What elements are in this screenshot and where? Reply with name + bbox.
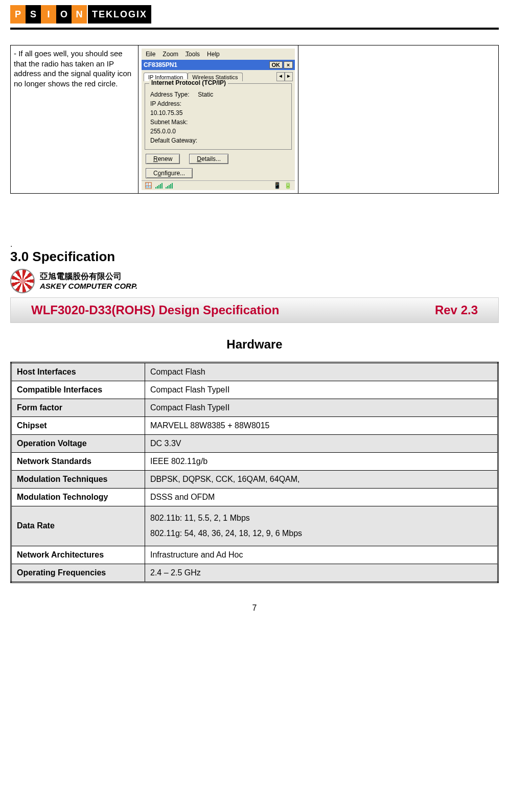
ip-address-label: IP Address:: [150, 100, 286, 107]
tab-scroll-left[interactable]: ◄: [276, 72, 285, 81]
configure-button[interactable]: Configure...: [146, 168, 193, 178]
signal-icon: [155, 182, 163, 189]
askey-chinese: 亞旭電腦股份有限公司: [40, 271, 137, 281]
menu-zoom[interactable]: Zoom: [163, 51, 178, 58]
tcpip-group: Internet Protocol (TCP/IP) Address Type:…: [145, 83, 292, 150]
logo-letter: N: [72, 5, 87, 24]
title-bar: CF8385PN1 OK ×: [142, 60, 295, 70]
askey-english: ASKEY COMPUTER CORP.: [40, 282, 137, 291]
menu-bar: File Zoom Tools Help: [142, 49, 295, 60]
app-window: File Zoom Tools Help CF8385PN1 OK × IP I…: [142, 49, 295, 190]
task-bar: 🪟 📱 🔋: [142, 180, 295, 190]
askey-branding: 亞旭電腦股份有限公司 ASKEY COMPUTER CORP.: [10, 269, 499, 293]
table-row: ChipsetMARVELL 88W8385 + 88W8015: [11, 417, 498, 435]
tray-device-icon[interactable]: 📱: [273, 182, 281, 189]
table-row: Compatible InterfacesCompact Flash TypeI…: [11, 381, 498, 399]
logo-letter: I: [41, 5, 56, 24]
start-icon[interactable]: 🪟: [145, 182, 152, 189]
table-row: Modulation TechniquesDBPSK, DQPSK, CCK, …: [11, 471, 498, 489]
brand-logo: P S I O N TEKLOGIX: [10, 5, 499, 24]
logo-letter: S: [26, 5, 41, 24]
tray-battery-icon[interactable]: 🔋: [284, 182, 292, 189]
logo-letter: O: [56, 5, 72, 24]
hardware-heading: Hardware: [10, 337, 499, 352]
table-row: Data Rate 802.11b: 11, 5.5, 2, 1 Mbps802…: [11, 506, 498, 546]
page-number: 7: [10, 604, 499, 613]
subnet-mask-label: Subnet Mask:: [150, 119, 286, 126]
group-title: Internet Protocol (TCP/IP): [149, 79, 228, 86]
table-row: Modulation TechnologyDSSS and OFDM: [11, 489, 498, 506]
default-gateway-label: Default Gateway:: [150, 137, 286, 144]
screenshot-cell: File Zoom Tools Help CF8385PN1 OK × IP I…: [138, 45, 298, 194]
signal-icon: [166, 182, 173, 189]
askey-logo-icon: [10, 269, 35, 293]
subnet-mask-value: 255.0.0.0: [150, 128, 286, 135]
menu-file[interactable]: File: [146, 51, 155, 58]
renew-button[interactable]: Renew: [146, 154, 180, 164]
banner-title: WLF3020-D33(ROHS) Design Specification: [31, 303, 279, 317]
logo-letter: P: [10, 5, 26, 24]
instruction-text: - If all goes well, you should see that …: [11, 45, 138, 194]
section-heading: 3.0 Specification: [10, 249, 499, 265]
menu-tools[interactable]: Tools: [186, 51, 200, 58]
tab-scroll-right[interactable]: ►: [285, 72, 293, 81]
table-row: Operating Frequencies2.4 – 2.5 GHz: [11, 564, 498, 582]
ok-button[interactable]: OK: [269, 61, 283, 68]
details-button[interactable]: Details...: [189, 154, 228, 164]
window-title: CF8385PN1: [144, 61, 177, 68]
menu-help[interactable]: Help: [207, 51, 220, 58]
brand-name: TEKLOGIX: [88, 5, 151, 24]
table-row: Network ArchitecturesInfrastructure and …: [11, 546, 498, 564]
table-row: Host InterfacesCompact Flash: [11, 363, 498, 381]
spec-banner: WLF3020-D33(ROHS) Design Specification R…: [10, 297, 499, 323]
dot: .: [10, 240, 499, 249]
spec-table: Host InterfacesCompact Flash Compatible …: [10, 362, 499, 583]
table-row: Form factorCompact Flash TypeII: [11, 399, 498, 417]
table-row: Network StandardsIEEE 802.11g/b: [11, 453, 498, 471]
instruction-layout: - If all goes well, you should see that …: [10, 45, 499, 194]
close-button[interactable]: ×: [284, 61, 293, 68]
table-row: Operation VoltageDC 3.3V: [11, 435, 498, 453]
address-type-row: Address Type: Static: [150, 91, 286, 98]
ip-address-value: 10.10.75.35: [150, 109, 286, 117]
banner-rev: Rev 2.3: [435, 303, 478, 317]
empty-cell: [298, 45, 499, 194]
